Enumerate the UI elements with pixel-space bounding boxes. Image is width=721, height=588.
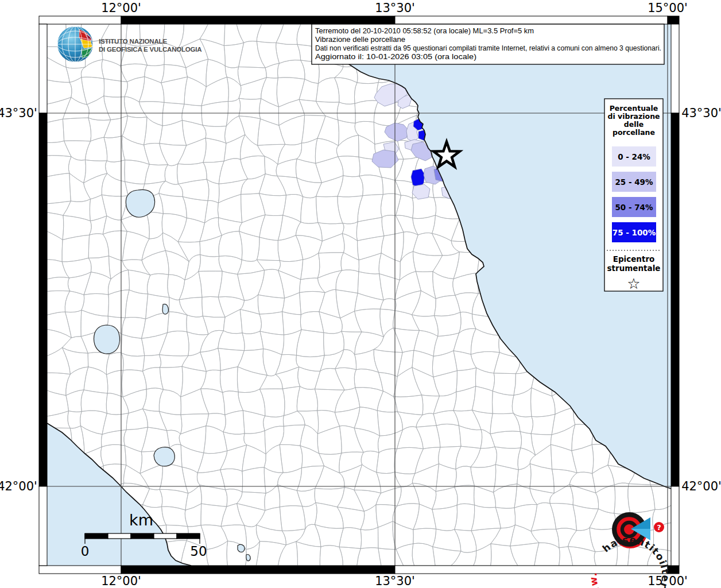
legend-title-line-4: porcellane (613, 128, 655, 137)
scale-bar-end: 50 (190, 544, 207, 559)
earthquake-intensity-map: 12°00' 13°30' 15°00' 12°00' 13°30' 15°00… (0, 0, 721, 588)
scale-bar-unit: km (129, 511, 153, 529)
left-label-42-00: 42°00' (0, 479, 37, 493)
right-label-42-00: 42°00' (681, 479, 721, 493)
ingv-name-line-2: DI GEOFISICA E VULCANOLOGIA (99, 46, 201, 53)
scale-bar-start: 0 (81, 544, 90, 559)
legend-label-25-49: 25 - 49% (615, 177, 653, 187)
legend-label-50-74: 50 - 74% (615, 203, 653, 212)
legend-epicenter-line-2: strumentale (607, 264, 661, 273)
bottom-label-12-00: 12°00' (101, 574, 141, 588)
legend-label-0-24: 0 - 24% (618, 152, 650, 161)
legend-title-line-2: di vibrazione (607, 112, 660, 121)
legend-title-line-3: delle (624, 120, 644, 129)
legend-title-line-1: Percentuale (610, 104, 658, 113)
right-label-43-30: 43°30' (681, 106, 721, 120)
legend: Percentuale di vibrazione delle porcella… (604, 99, 663, 292)
top-label-15-00: 15°00' (648, 1, 688, 15)
legend-epicenter-line-1: Epicentro (613, 254, 655, 264)
top-label-12-00: 12°00' (101, 1, 141, 15)
lake-nemi (246, 555, 250, 562)
title-box: Terremoto del 20-10-2010 05:58:52 (ora l… (312, 24, 664, 64)
ingv-name-line-1: ISTITUTO NAZIONALE (99, 38, 167, 45)
title-line-4: Aggiornato il: 10-01-2026 03:05 (ora loc… (315, 53, 476, 61)
title-line-1: Terremoto del 20-10-2010 05:58:52 (ora l… (315, 27, 534, 35)
legend-star-icon: ☆ (627, 275, 640, 292)
legend-label-75-100: 75 - 100% (613, 228, 656, 237)
lake-corbara (162, 304, 169, 315)
left-label-43-30: 43°30' (0, 106, 37, 120)
lake-bolsena (94, 325, 120, 354)
lake-bracciano (154, 447, 175, 466)
title-line-2: Vibrazione delle porcellane (315, 36, 405, 44)
site-logo-question-mark: ? (657, 523, 661, 532)
title-line-3: Dati non verificati estratti da 95 quest… (315, 44, 661, 52)
lake-albano (238, 544, 245, 552)
bottom-label-13-30: 13°30' (375, 574, 415, 588)
top-label-13-30: 13°30' (375, 1, 415, 15)
